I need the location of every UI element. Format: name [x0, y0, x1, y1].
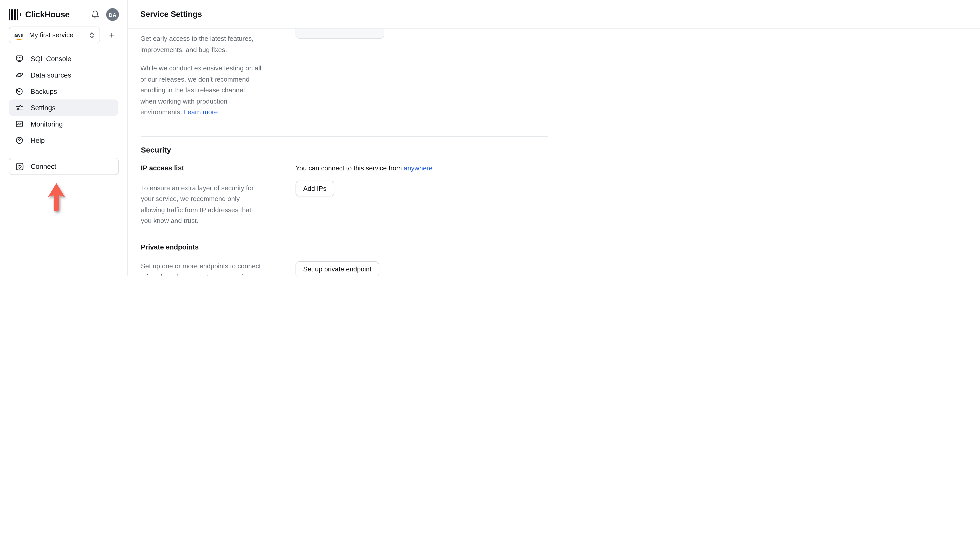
ip-access-description: To ensure an extra layer of security for…: [141, 183, 262, 226]
notifications-bell-icon[interactable]: [91, 10, 100, 19]
sidebar-item-data-sources[interactable]: Data sources: [9, 67, 118, 83]
private-endpoints-title: Private endpoints: [141, 244, 296, 251]
release-paragraph-1: Get early access to the latest features,…: [140, 33, 261, 55]
service-row: aws My first service +: [9, 27, 118, 43]
release-paragraph-2: While we conduct extensive testing on al…: [140, 63, 261, 118]
sidebar-nav: SQL Console Data sources Backups: [9, 51, 118, 148]
anywhere-link[interactable]: anywhere: [404, 164, 433, 171]
connect-label: Connect: [30, 162, 56, 170]
security-heading: Security: [141, 145, 980, 154]
settings-content: Get early access to the latest features,…: [127, 29, 980, 275]
connect-wifi-icon: [15, 162, 24, 171]
page-title: Service Settings: [140, 10, 202, 19]
sidebar-item-sql-console[interactable]: SQL Console: [9, 51, 118, 67]
sidebar: ClickHouse DA aws My first service +: [0, 0, 127, 275]
sidebar-item-label: Settings: [30, 104, 56, 111]
sql-console-icon: [15, 55, 24, 63]
brand-row: ClickHouse DA: [0, 0, 127, 21]
help-question-icon: [15, 136, 24, 144]
add-service-button[interactable]: +: [105, 28, 118, 41]
chevron-up-down-icon: [89, 32, 95, 38]
service-name: My first service: [29, 31, 73, 39]
sidebar-item-backups[interactable]: Backups: [9, 83, 118, 100]
sidebar-item-monitoring[interactable]: Monitoring: [9, 116, 118, 132]
page-header: Service Settings: [127, 0, 980, 29]
sidebar-item-label: Backups: [30, 87, 57, 95]
brand-name: ClickHouse: [25, 10, 70, 19]
sidebar-item-label: Monitoring: [30, 120, 63, 128]
private-endpoints-description: Set up one or more endpoints to connect …: [141, 260, 262, 275]
release-channel-select-partial[interactable]: [296, 29, 384, 39]
add-ips-button[interactable]: Add IPs: [296, 180, 334, 196]
sidebar-item-label: Data sources: [30, 71, 71, 79]
sidebar-item-help[interactable]: Help: [9, 132, 118, 148]
sidebar-item-settings[interactable]: Settings: [9, 100, 118, 116]
sidebar-item-label: Help: [30, 137, 45, 144]
private-endpoints-row: Private endpoints Set up one or more end…: [141, 244, 980, 275]
backups-history-icon: [15, 87, 24, 95]
red-arrow-annotation: [46, 182, 67, 214]
app-window: ClickHouse DA aws My first service +: [0, 0, 980, 275]
clickhouse-logo-icon: [9, 9, 21, 20]
connect-button[interactable]: Connect: [9, 158, 119, 175]
settings-sliders-icon: [15, 103, 24, 112]
main-area: Service Settings Get early access to the…: [127, 0, 980, 275]
sidebar-item-label: SQL Console: [30, 55, 72, 62]
ip-access-title: IP access list: [141, 165, 296, 171]
aws-logo-icon: aws: [14, 32, 25, 38]
ip-access-sentence: You can connect to this service from any…: [296, 165, 549, 171]
release-learn-more-link[interactable]: Learn more: [184, 108, 218, 116]
ip-access-row: IP access list To ensure an extra layer …: [141, 165, 980, 226]
data-sources-icon: [15, 71, 24, 79]
monitoring-chart-icon: [15, 120, 24, 128]
avatar[interactable]: DA: [106, 8, 119, 21]
section-divider: [141, 136, 548, 137]
setup-private-endpoint-button[interactable]: Set up private endpoint: [296, 261, 379, 275]
service-selector[interactable]: aws My first service: [9, 27, 100, 43]
